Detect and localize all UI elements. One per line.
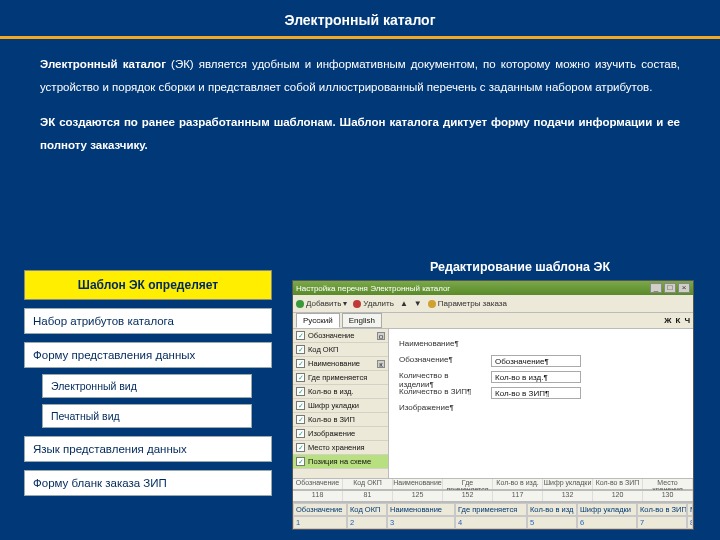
field-label: Наименование¶ — [399, 339, 485, 348]
sidebar-item-label: Изображение — [308, 429, 355, 438]
template-subitem: Печатный вид — [42, 404, 252, 428]
column-cell: Обозначение — [293, 503, 347, 516]
checkbox-icon[interactable]: ✓ — [296, 373, 305, 382]
layout-canvas[interactable]: Наименование¶Обозначение¶Обозначение¶Кол… — [389, 329, 693, 478]
page-title: Электронный каталог — [0, 0, 720, 36]
template-item: Язык представления данных — [24, 436, 272, 462]
column-cell: Где применяется — [443, 479, 493, 489]
window-title: Настройка перечня Электронный каталог — [296, 284, 648, 293]
format-tools: Ж К Ч — [664, 316, 690, 325]
field-label: Количество в ЗИП¶ — [399, 387, 485, 399]
maximize-button[interactable]: □ — [664, 283, 676, 293]
template-item: Форму бланк заказа ЗИП — [24, 470, 272, 496]
sidebar-item-label: Обозначение — [308, 331, 354, 340]
plus-icon — [296, 300, 304, 308]
template-item: Форму представления данных — [24, 342, 272, 368]
column-cell: Кол-во в ЗИП — [593, 479, 643, 489]
sidebar-attribute-item[interactable]: ✓Шифр укладки — [293, 399, 388, 413]
column-header-ruler: ОбозначениеКод ОКПНаименованиеГде примен… — [293, 478, 693, 490]
column-cell: Место хранения — [687, 503, 693, 516]
left-column: Шаблон ЭК определяет Набор атрибутов кат… — [24, 270, 272, 496]
italic-button[interactable]: К — [675, 316, 680, 325]
column-cell: Обозначение — [293, 479, 343, 489]
column-cell: 152 — [443, 491, 493, 501]
sidebar-attribute-item[interactable]: ✓Кол-во в ЗИП — [293, 413, 388, 427]
grid-index-row: 12345678 — [293, 516, 693, 529]
x-icon — [353, 300, 361, 308]
remove-button[interactable]: Удалить — [353, 299, 394, 308]
column-cell: 81 — [343, 491, 393, 501]
underline-button[interactable]: Ч — [684, 316, 690, 325]
grid-header-row: ОбозначениеКод ОКПНаименованиеГде примен… — [293, 503, 693, 516]
column-cell: 125 — [393, 491, 443, 501]
field-placeholder[interactable]: Кол-во в ЗИП¶ — [491, 387, 581, 399]
column-cell: 120 — [593, 491, 643, 501]
sidebar-item-label: Кол-во в ЗИП — [308, 415, 355, 424]
sidebar-attribute-item[interactable]: ✓Изображение — [293, 427, 388, 441]
checkbox-icon[interactable]: ✓ — [296, 457, 305, 466]
checkbox-icon[interactable]: ✓ — [296, 345, 305, 354]
layout-field-row[interactable]: Обозначение¶Обозначение¶ — [399, 355, 581, 367]
column-cell: Кол-во в изд — [527, 503, 577, 516]
layout-field-row[interactable]: Наименование¶ — [399, 339, 485, 348]
column-cell: 5 — [527, 516, 577, 529]
field-placeholder[interactable]: Кол-во в изд.¶ — [491, 371, 581, 383]
column-cell: 4 — [455, 516, 527, 529]
column-cell: 2 — [347, 516, 387, 529]
lang-tab-en[interactable]: English — [342, 313, 382, 328]
column-cell: Наименование — [393, 479, 443, 489]
preview-grid: ОбозначениеКод ОКПНаименованиеГде примен… — [293, 502, 693, 529]
sidebar-item-label: Кол-во в изд. — [308, 387, 353, 396]
column-cell: Шифр укладки — [543, 479, 593, 489]
template-subitem: Электронный вид — [42, 374, 252, 398]
order-params-button[interactable]: Параметры заказа — [428, 299, 507, 308]
checkbox-icon[interactable]: ✓ — [296, 443, 305, 452]
template-defines-header: Шаблон ЭК определяет — [24, 270, 272, 300]
sidebar-attribute-item[interactable]: ✓НаименованиеК — [293, 357, 388, 371]
checkbox-icon[interactable]: ✓ — [296, 359, 305, 368]
column-cell: 1 — [293, 516, 347, 529]
sidebar-attribute-item[interactable]: ✓Код ОКП — [293, 343, 388, 357]
column-cell: 118 — [293, 491, 343, 501]
column-cell: Код ОКП — [343, 479, 393, 489]
sidebar-attribute-item[interactable]: ✓Позиция на схеме — [293, 455, 388, 469]
add-button[interactable]: Добавить ▾ — [296, 299, 347, 308]
sidebar-attribute-item[interactable]: ✓Кол-во в изд. — [293, 385, 388, 399]
column-cell: Кол-во в изд. — [493, 479, 543, 489]
move-down-button[interactable]: ▼ — [414, 299, 422, 308]
language-toolbar: Русский English Ж К Ч — [293, 313, 693, 329]
layout-field-row[interactable]: Количество в ЗИП¶Кол-во в ЗИП¶ — [399, 387, 581, 399]
checkbox-icon[interactable]: ✓ — [296, 331, 305, 340]
bold-button[interactable]: Ж — [664, 316, 671, 325]
template-item: Набор атрибутов каталога — [24, 308, 272, 334]
field-placeholder[interactable]: Обозначение¶ — [491, 355, 581, 367]
screenshot-caption: Редактирование шаблона ЭК — [430, 260, 610, 274]
intro-paragraph-1: Электронный каталог (ЭК) является удобны… — [0, 53, 720, 99]
column-cell: 6 — [577, 516, 637, 529]
toolbar: Добавить ▾ Удалить ▲ ▼ Параметры заказа — [293, 295, 693, 313]
column-width-ruler: 11881125152117132120130 — [293, 490, 693, 502]
move-up-button[interactable]: ▲ — [400, 299, 408, 308]
lang-tab-ru[interactable]: Русский — [296, 313, 340, 328]
column-cell: Место хранения — [643, 479, 693, 489]
column-cell: 130 — [643, 491, 693, 501]
checkbox-icon[interactable]: ✓ — [296, 429, 305, 438]
field-label: Изображение¶ — [399, 403, 485, 412]
checkbox-icon[interactable]: ✓ — [296, 401, 305, 410]
checkbox-icon[interactable]: ✓ — [296, 387, 305, 396]
sidebar-item-label: Наименование — [308, 359, 360, 368]
type-badge: К — [377, 360, 385, 368]
layout-field-row[interactable]: Изображение¶ — [399, 403, 485, 412]
type-badge: О — [377, 332, 385, 340]
minimize-button[interactable]: _ — [650, 283, 662, 293]
sidebar-attribute-item[interactable]: ✓Место хранения — [293, 441, 388, 455]
close-button[interactable]: × — [678, 283, 690, 293]
column-cell: 3 — [387, 516, 455, 529]
sidebar-item-label: Код ОКП — [308, 345, 338, 354]
sidebar-attribute-item[interactable]: ✓ОбозначениеО — [293, 329, 388, 343]
checkbox-icon[interactable]: ✓ — [296, 415, 305, 424]
sidebar-attribute-item[interactable]: ✓Где применяется — [293, 371, 388, 385]
sidebar-item-label: Шифр укладки — [308, 401, 359, 410]
sidebar-item-label: Позиция на схеме — [308, 457, 371, 466]
sidebar-item-label: Место хранения — [308, 443, 365, 452]
